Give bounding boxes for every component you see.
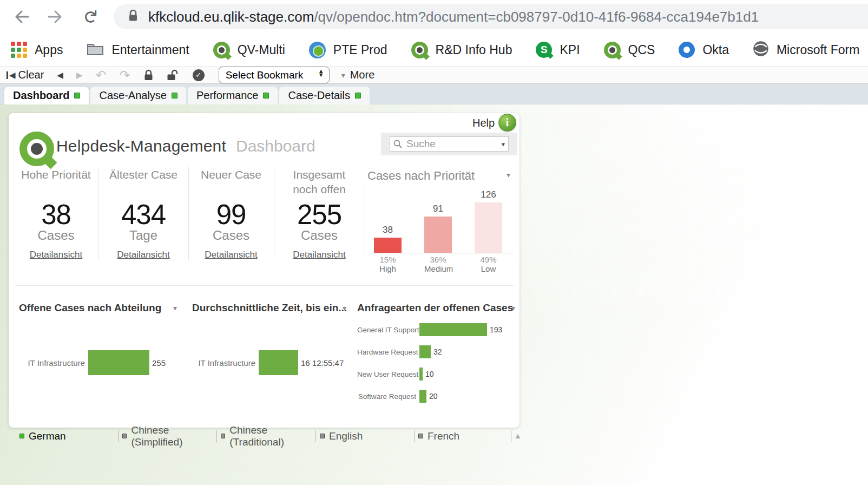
qlikview-logo-icon bbox=[19, 132, 54, 166]
kpi-unit: Tage bbox=[101, 228, 186, 243]
kpi-unit: Cases bbox=[275, 228, 363, 243]
qlikview-icon bbox=[604, 42, 621, 58]
tab-dashboard[interactable]: Dashboard bbox=[4, 87, 89, 104]
bookmark-select[interactable]: Select Bookmark ▲▼ bbox=[219, 67, 330, 83]
bookmark-pte-prod[interactable]: PTE Prod bbox=[309, 42, 387, 58]
bar-value: 10 bbox=[425, 370, 434, 378]
kpi-unit: Cases bbox=[14, 228, 98, 243]
tab-square-icon bbox=[172, 93, 177, 99]
lang-tab-german[interactable]: German bbox=[0, 430, 118, 443]
bar[interactable] bbox=[424, 217, 452, 253]
bookmark-okta[interactable]: Okta bbox=[679, 42, 729, 58]
bookmark-label: PTE Prod bbox=[333, 43, 387, 57]
search-box[interactable]: ▾ bbox=[390, 136, 509, 152]
bookmark-microsoft-form[interactable]: Microsoft Form bbox=[753, 41, 859, 59]
okta-icon bbox=[679, 42, 695, 58]
bar[interactable] bbox=[419, 390, 426, 403]
reload-icon[interactable]: ↻ bbox=[81, 8, 100, 26]
tab-square-icon bbox=[221, 434, 225, 438]
bar-row: General IT Support193 bbox=[357, 323, 520, 336]
clear-button[interactable]: ◀ Clear bbox=[5, 67, 50, 83]
search-icon bbox=[393, 140, 402, 148]
tab-scroll-up-icon[interactable]: ▲ bbox=[514, 431, 522, 440]
category-label: Low bbox=[475, 264, 502, 273]
kpi-detail-link[interactable]: Detailansicht bbox=[101, 250, 186, 260]
lock-selections-icon[interactable] bbox=[137, 67, 160, 83]
abteilung-chart: IT Infrastructure255 bbox=[17, 350, 182, 375]
lang-tab-chinese-traditional[interactable]: Chinese (Traditional) bbox=[217, 430, 315, 443]
lang-tab-chinese-simplified[interactable]: Chinese (Simplified) bbox=[119, 430, 216, 443]
bar[interactable] bbox=[419, 323, 487, 336]
chart-menu-caret-icon[interactable]: ▾ bbox=[507, 171, 510, 179]
percent-label: 49% bbox=[475, 255, 502, 264]
kpi-hohe-prioritaet: Hohe Priorität 38 Cases Detailansicht bbox=[14, 167, 98, 265]
chart-title-zeit: Durchschnittliche Zeit, bis ein... bbox=[192, 302, 347, 314]
bookmark-label: R&D Info Hub bbox=[436, 43, 512, 57]
bar-row: IT Infrastructure255 bbox=[17, 350, 182, 375]
chart-menu-caret-icon[interactable]: ▾ bbox=[343, 304, 346, 312]
bookmark-kpi[interactable]: S KPI bbox=[536, 42, 580, 58]
kpi-detail-link[interactable]: Detailansicht bbox=[14, 250, 98, 260]
bar[interactable] bbox=[475, 202, 502, 253]
page-subtitle: Dashboard bbox=[236, 137, 315, 155]
bookmark-qcs[interactable]: QCS bbox=[604, 42, 655, 58]
bar-row: IT Infrastructure16 12:55:47 bbox=[192, 350, 354, 375]
kpi-detail-link[interactable]: Detailansicht bbox=[275, 250, 363, 260]
url-domain: kfkcloud.eu.qlik-stage.com bbox=[148, 9, 314, 25]
tab-square-icon bbox=[74, 93, 80, 99]
divider bbox=[511, 430, 511, 442]
qlikview-icon bbox=[411, 42, 428, 58]
kpi-detail-link[interactable]: Detailansicht bbox=[190, 250, 272, 260]
category-label: High bbox=[374, 264, 402, 273]
lang-tab-english[interactable]: English bbox=[316, 430, 414, 443]
tab-case-analyse[interactable]: Case-Analyse bbox=[90, 87, 186, 104]
chart-menu-caret-icon[interactable]: ▾ bbox=[173, 304, 177, 312]
bookmark-rd-info-hub[interactable]: R&D Info Hub bbox=[411, 42, 512, 58]
bar[interactable] bbox=[419, 345, 431, 358]
unlock-selections-icon[interactable] bbox=[160, 67, 186, 83]
sheet-background: Helpdesk-Management Dashboard Help i ▾ H… bbox=[0, 104, 868, 485]
forward-selection-icon[interactable]: ▶ bbox=[70, 67, 89, 83]
search-input[interactable] bbox=[405, 137, 501, 150]
bar[interactable] bbox=[374, 238, 402, 253]
lang-tab-french[interactable]: French bbox=[415, 430, 511, 443]
redo-icon[interactable]: ↷ bbox=[113, 67, 137, 83]
anfragearten-chart: General IT Support193Hardware Request32N… bbox=[357, 323, 520, 412]
tab-case-details[interactable]: Case-Details bbox=[279, 87, 369, 104]
tab-label: Case-Details bbox=[288, 89, 350, 102]
chart-title-anfragearten: Anfragearten der offenen Cases bbox=[357, 302, 513, 314]
tab-performance[interactable]: Performance bbox=[188, 87, 278, 104]
kpi-value: 99 bbox=[190, 199, 272, 231]
tab-square-icon bbox=[122, 434, 127, 438]
back-icon[interactable] bbox=[12, 8, 30, 26]
bar-label: General IT Support bbox=[357, 326, 419, 334]
category-label: Medium bbox=[424, 264, 452, 273]
help-link[interactable]: Help bbox=[472, 117, 495, 129]
bar[interactable] bbox=[419, 368, 423, 381]
bar-label: IT Infrastructure bbox=[192, 358, 259, 368]
tab-label: Dashboard bbox=[13, 89, 69, 102]
bar-value: 193 bbox=[490, 325, 502, 334]
forward-icon[interactable] bbox=[47, 8, 65, 26]
more-button[interactable]: ▾ More bbox=[341, 69, 375, 81]
bar[interactable] bbox=[88, 350, 149, 375]
chart-menu-caret-icon[interactable]: ▾ bbox=[511, 304, 515, 312]
more-label: More bbox=[350, 69, 375, 81]
bookmark-apps[interactable]: Apps bbox=[11, 42, 63, 58]
clear-label: Clear bbox=[18, 69, 44, 81]
chevron-down-icon[interactable]: ▾ bbox=[501, 140, 505, 148]
url-bar[interactable]: kfkcloud.eu.qlik-stage.com/qv/opendoc.ht… bbox=[114, 4, 868, 29]
lock-icon[interactable] bbox=[128, 9, 139, 24]
bookmark-entertainment[interactable]: Entertainment bbox=[87, 42, 189, 58]
lang-label: French bbox=[428, 430, 459, 442]
bar[interactable] bbox=[259, 350, 298, 375]
undo-icon[interactable]: ↶ bbox=[89, 67, 113, 83]
bookmark-label: KPI bbox=[560, 43, 580, 57]
info-icon[interactable]: i bbox=[498, 114, 516, 132]
bookmark-qv-multi[interactable]: QV-Multi bbox=[213, 42, 285, 58]
select-arrows-icon: ▲▼ bbox=[318, 69, 324, 77]
back-selection-icon[interactable]: ◀ bbox=[50, 67, 70, 83]
apply-state-icon[interactable]: ✓ bbox=[186, 67, 211, 83]
kpi-value: 434 bbox=[101, 199, 186, 231]
kpi-label: Insgesamt noch offen bbox=[275, 167, 363, 196]
